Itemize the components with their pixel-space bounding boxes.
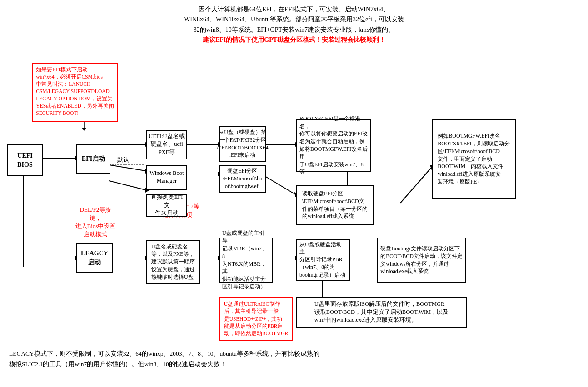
csm-note-box: 如果要EFI模式下启动 win7x64，必须开启CSM,bios 中常见叫法：L…	[32, 63, 118, 122]
page-container: 因个人计算机都是64位EFI，在EFI模式下，可安装、启动WIN7x64、 WI…	[0, 0, 588, 374]
svg-marker-38	[82, 128, 86, 131]
direct-browse-box: 直接浏览EFI文 件来启动	[146, 194, 187, 217]
header-line4: 建议EFI的情况下使用GPT磁盘分区格式！安装过程会比较顺利！	[5, 35, 583, 45]
bottom-text: LEGACY模式下，则不受限制，可以安装32、64的winxp、2003、7、8…	[5, 349, 583, 370]
svg-line-6	[109, 165, 145, 171]
bootmgr-desc-box: 硬盘Bootmgr文件读取启动分区下 的BOOT\BCD文件启动，该文件定 义w…	[377, 238, 466, 283]
leagcy-boot-box: LEAGCY 启动	[76, 243, 113, 273]
header-line1: 因个人计算机都是64位EFI，在EFI模式下，可安装、启动WIN7x64、	[5, 5, 583, 15]
uefi-u-box: UEFI:U盘名或 硬盘名、uefi PXE等	[146, 130, 187, 159]
mbr-desc-box: U盘或硬盘的主引导 记录MBR（win7、8 为NT6.X的MBR，其 供功能从…	[219, 238, 273, 283]
uefi-bios-box: UEFI BIOS	[7, 144, 43, 176]
header-line2: WIN8x64、WIN10x64、Ubuntu等系统。部分阿童木平板采用32位e…	[5, 15, 583, 25]
windows-boot-manager-box: Windows Boot Manager	[146, 165, 187, 190]
rename-bootmgfw-box: 例如BOOTMGFW.EFI改名 BOOTX64.EFI，则读取启动分 区\EF…	[432, 119, 516, 199]
from-u-disk-box: 从U盘（或硬盘）第 一个FAT/FAT32分区 \EFI\BOOT\BOOTX6…	[219, 126, 266, 162]
bootx64-desc-box: BOOTX64.EFI是一个标准名， 你可以将你想要启动的EFI改 名为这个就会…	[296, 119, 371, 172]
bottom-line1: LEGACY模式下，则不受限制，可以安装32、64的winxp、2003、7、8…	[9, 349, 579, 359]
top-header: 因个人计算机都是64位EFI，在EFI模式下，可安装、启动WIN7x64、 WI…	[5, 5, 583, 45]
svg-line-17	[261, 174, 295, 194]
header-line3: 32的win8、10等系统。EFI+GPT安装win7建议安装专业版，kms你懂…	[5, 25, 583, 35]
read-bcd-box: 读取硬盘EFI分区 \EFI\Microsoft\boot\BCD文 件的菜单项…	[296, 185, 374, 225]
default-label: 默认	[117, 156, 129, 164]
hdd-efi-box: 硬盘EFI分区 \EFI\Microsoft\bo ot\bootmgfw.ef…	[219, 165, 266, 193]
diagram: UEFI BIOS EFI启动 LEAGCY 启动 默认 按热键例如F12等选择…	[5, 49, 583, 344]
del-f2-label: DEL/F2等按键，进入Bios中设置启动模式	[75, 206, 116, 238]
pbr-desc-box: 从U盘或硬盘活动主 分区引导记录PBR （win7、8的为 bootmgr记录）…	[296, 239, 350, 281]
bottom-line2: 模拟SLIC2.1的工具（用win7的用户你懂的）。但win8、10的快速启动会…	[9, 359, 579, 370]
efi-boot-box: EFI启动	[76, 144, 110, 174]
svg-line-8	[109, 181, 145, 190]
leagcy-u-box: U盘名或硬盘名 等，以及PXE等， 建议默认第一顺序 设置为硬盘，通过 热键临时…	[146, 240, 200, 284]
ultraiso-note-box: U盘通过ULTRAISO制作 后，其主引导记录一般 是USBHDD+/ZIP+，…	[219, 297, 293, 341]
iso-note-box: U盘里面存放原版ISO解压后的文件时，BOOTMGR 读取BOOT\BCD，其中…	[296, 297, 467, 328]
svg-line-21	[400, 167, 432, 203]
